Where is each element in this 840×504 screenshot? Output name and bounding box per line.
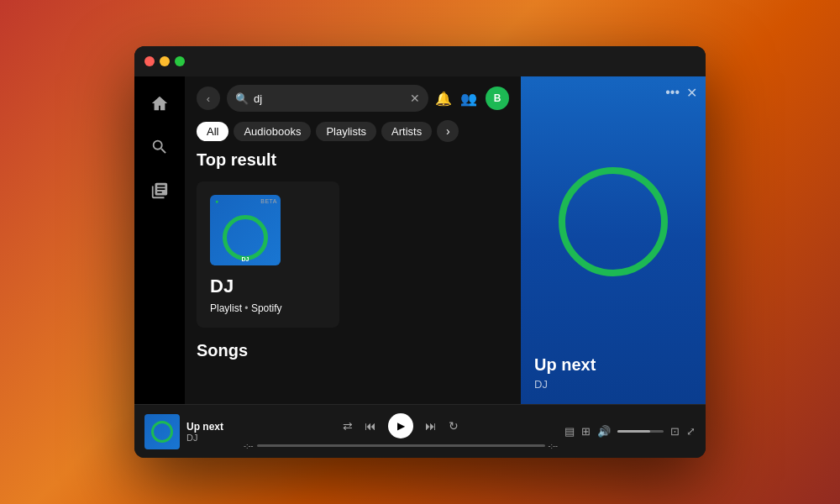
time-total: -:--	[549, 442, 559, 450]
player-controls: ⇄ ⏮ ▶ ⏭ ↻ -:-- -:--	[244, 413, 558, 450]
beta-label: BETA	[260, 198, 277, 204]
back-button[interactable]: ‹	[197, 87, 220, 110]
more-options-button[interactable]: •••	[665, 85, 680, 101]
close-button[interactable]	[144, 56, 155, 66]
main-content: ‹ 🔍 ✕ 🔔 👥 B All Audiobooks Playlists	[134, 76, 706, 404]
queue-icon[interactable]: ▤	[564, 425, 575, 438]
dj-small-label: DJ	[242, 256, 249, 262]
devices-icon[interactable]: ⊞	[581, 425, 591, 438]
filter-tab-audiobooks[interactable]: Audiobooks	[234, 122, 311, 141]
result-type: Playlist	[210, 302, 242, 314]
filter-more-button[interactable]: ›	[437, 120, 459, 142]
search-panel: ‹ 🔍 ✕ 🔔 👥 B All Audiobooks Playlists	[185, 76, 521, 404]
filter-tab-all[interactable]: All	[197, 122, 228, 141]
songs-section: Songs	[197, 341, 509, 360]
volume-bar[interactable]	[617, 430, 664, 433]
repeat-button[interactable]: ↻	[449, 419, 459, 433]
sidebar-item-home[interactable]	[146, 90, 173, 117]
search-icon: 🔍	[235, 92, 249, 105]
player-track-artist: DJ	[186, 433, 237, 443]
result-name: DJ	[210, 276, 326, 297]
player-thumbnail	[144, 414, 180, 449]
right-panel-art	[521, 101, 706, 342]
search-results: Top result BETA ● DJ DJ Playlist • Spoti…	[185, 150, 521, 404]
sidebar-item-search[interactable]	[146, 134, 173, 160]
progress-bar: -:-- -:--	[244, 442, 558, 450]
result-provider: Spotify	[251, 302, 282, 314]
songs-title: Songs	[197, 341, 509, 360]
dj-big-circle	[559, 167, 668, 276]
maximize-button[interactable]	[175, 56, 185, 66]
player-right-controls: ▤ ⊞ 🔊 ⊡ ⤢	[564, 425, 696, 438]
volume-icon[interactable]: 🔊	[597, 425, 611, 438]
title-bar	[134, 46, 706, 76]
miniplayer-icon[interactable]: ⊡	[670, 425, 680, 438]
progress-track[interactable]	[257, 444, 545, 447]
search-header: ‹ 🔍 ✕ 🔔 👥 B	[185, 76, 521, 120]
search-box: 🔍 ✕	[227, 85, 428, 112]
filter-tab-playlists[interactable]: Playlists	[316, 122, 376, 141]
clear-search-button[interactable]: ✕	[410, 92, 420, 105]
player-buttons: ⇄ ⏮ ▶ ⏭ ↻	[343, 413, 459, 438]
fullscreen-icon[interactable]: ⤢	[686, 425, 696, 438]
sidebar-item-library[interactable]	[146, 177, 173, 204]
header-icons: 🔔 👥 B	[435, 87, 509, 110]
player-track-name: Up next	[186, 421, 237, 433]
play-button[interactable]: ▶	[388, 413, 413, 438]
dj-album-art: BETA ● DJ	[210, 195, 281, 265]
player-track-info: Up next DJ	[186, 421, 237, 443]
avatar[interactable]: B	[486, 87, 509, 110]
sidebar	[134, 76, 185, 404]
up-next-label: Up next	[534, 355, 692, 375]
next-button[interactable]: ⏭	[425, 419, 437, 433]
close-panel-button[interactable]: ✕	[686, 85, 697, 101]
app-window: ‹ 🔍 ✕ 🔔 👥 B All Audiobooks Playlists	[134, 46, 706, 458]
player-thumb-circle	[151, 421, 173, 443]
filter-tabs: All Audiobooks Playlists Artists ›	[185, 120, 521, 150]
player-bar: Up next DJ ⇄ ⏮ ▶ ⏭ ↻ -:-- -:-- ▤ ⊞ 🔊	[134, 404, 706, 458]
time-current: -:--	[244, 442, 254, 450]
shuffle-button[interactable]: ⇄	[343, 419, 353, 433]
traffic-lights	[144, 56, 185, 66]
filter-tab-artists[interactable]: Artists	[381, 122, 432, 141]
right-panel-header: ••• ✕	[521, 76, 706, 101]
result-meta: Playlist • Spotify	[210, 302, 326, 314]
volume-fill	[617, 430, 650, 433]
up-next-track: DJ	[534, 378, 692, 391]
right-panel-info: Up next DJ	[521, 342, 706, 404]
top-result-card[interactable]: BETA ● DJ DJ Playlist • Spotify	[197, 181, 339, 328]
right-panel: ••• ✕ Up next DJ	[521, 76, 706, 404]
dj-logo: ●	[215, 198, 218, 204]
search-input[interactable]	[254, 92, 405, 105]
friends-icon[interactable]: 👥	[460, 91, 477, 107]
prev-button[interactable]: ⏮	[365, 419, 376, 433]
notifications-icon[interactable]: 🔔	[435, 91, 452, 107]
dj-circle-icon	[223, 215, 268, 260]
top-result-title: Top result	[197, 150, 509, 170]
minimize-button[interactable]	[160, 56, 170, 66]
